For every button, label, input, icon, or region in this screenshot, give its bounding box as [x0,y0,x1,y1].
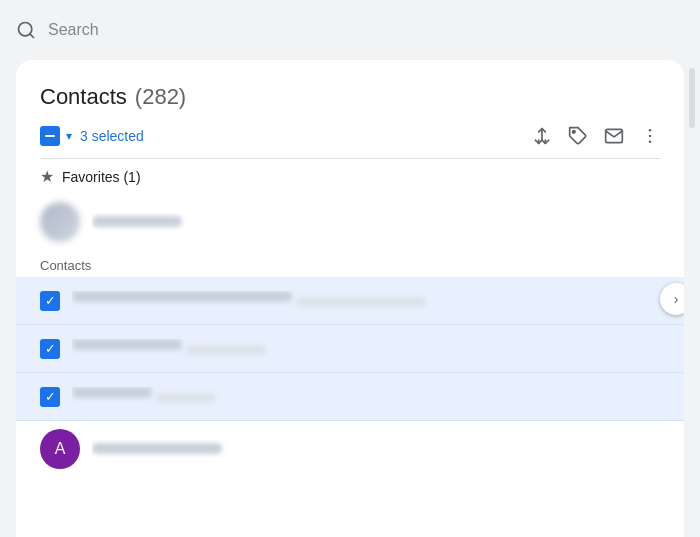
toolbar-actions [532,126,660,146]
svg-point-5 [649,141,652,144]
contact-panel: Contacts (282) ▾ 3 selected [16,60,684,537]
checkmark-icon-3: ✓ [45,390,56,403]
search-bar: Search [0,0,700,60]
label-icon[interactable] [568,126,588,146]
contact-info-1 [72,291,660,311]
selected-contact-row-2[interactable]: ✓ [16,325,684,373]
svg-point-2 [573,131,576,134]
panel-inner: Contacts (282) ▾ 3 selected [16,60,684,537]
contact-info-3 [72,387,660,407]
contacts-section-label: Contacts [40,258,660,273]
contact-name-2 [72,339,182,350]
contact-email-2 [186,345,266,355]
star-icon: ★ [40,167,54,186]
page-title: Contacts [40,84,127,110]
more-options-icon[interactable] [640,126,660,146]
contacts-count: (282) [135,84,186,110]
contact-name [92,216,182,227]
checkmark-icon-2: ✓ [45,342,56,355]
chevron-right-icon: › [674,291,679,307]
search-icon [16,20,36,40]
checkmark-icon: ✓ [45,294,56,307]
title-row: Contacts (282) [40,84,660,110]
selected-contact-row-3[interactable]: ✓ [16,373,684,421]
favorite-contact-row[interactable] [40,194,660,250]
checkbox-dropdown-arrow[interactable]: ▾ [66,129,72,143]
toolbar-left: ▾ 3 selected [40,126,144,146]
svg-point-4 [649,135,652,138]
avatar [40,202,80,242]
avatar-a: A [40,429,80,469]
scrollbar[interactable] [684,60,700,537]
merge-icon[interactable] [532,126,552,146]
scrollbar-thumb[interactable] [689,68,695,128]
favorites-section-header: ★ Favorites (1) [40,167,660,186]
row-checkbox-1[interactable]: ✓ [40,291,60,311]
main-content: Contacts (282) ▾ 3 selected [0,60,700,537]
email-icon[interactable] [604,126,624,146]
contact-email-1 [296,297,426,307]
svg-point-3 [649,129,652,132]
contact-info [92,213,660,231]
contact-info-4 [92,440,660,458]
contact-email-3 [156,393,216,403]
svg-line-1 [30,34,34,38]
select-all-checkbox[interactable] [40,126,60,146]
unselected-contact-row[interactable]: A [40,421,660,477]
favorites-label: Favorites (1) [62,169,141,185]
chevron-right-button[interactable]: › [660,283,684,315]
row-checkbox-3[interactable]: ✓ [40,387,60,407]
contact-name-1 [72,291,292,302]
selected-contact-row-1[interactable]: ✓ [16,277,684,325]
contact-info-2 [72,339,660,359]
contact-name-3 [72,387,152,398]
toolbar-row: ▾ 3 selected [40,126,660,159]
row-checkbox-2[interactable]: ✓ [40,339,60,359]
contact-name-4 [92,443,222,454]
selected-count-label: 3 selected [80,128,144,144]
search-input[interactable]: Search [48,21,684,39]
